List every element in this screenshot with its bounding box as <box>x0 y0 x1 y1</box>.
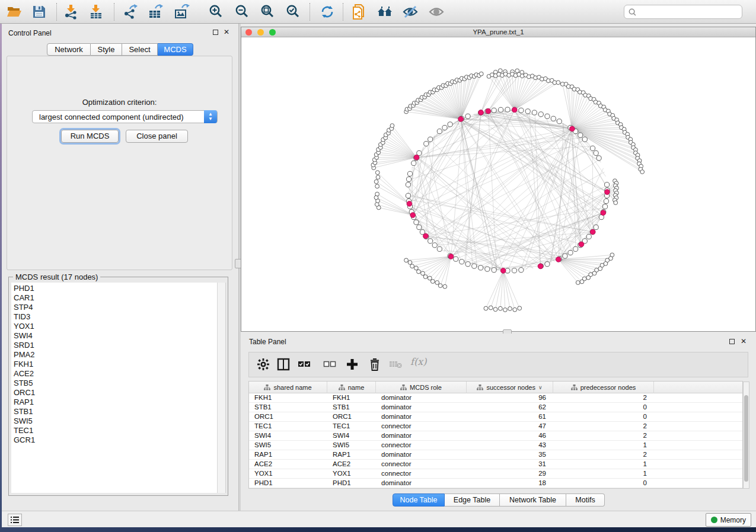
network-canvas[interactable] <box>241 37 755 331</box>
hide-graphics-details-icon[interactable] <box>402 4 419 20</box>
show-home-icon[interactable] <box>377 4 393 20</box>
float-panel-icon[interactable] <box>213 30 218 35</box>
mcds-result-item[interactable]: STB5 <box>14 379 218 388</box>
cell-name: STB1 <box>327 403 376 412</box>
column-header-name[interactable]: name <box>327 382 376 393</box>
mcds-result-item[interactable]: PHD1 <box>14 284 218 293</box>
new-network-from-selection-icon[interactable] <box>351 4 368 20</box>
table-row-TEC1[interactable]: TEC1TEC1connector472 <box>249 422 742 431</box>
table-row-ORC1[interactable]: ORC1ORC1dominator610 <box>249 412 742 422</box>
deselect-all-icon[interactable] <box>323 358 337 372</box>
zoom-selected-icon[interactable] <box>285 4 301 20</box>
table-row-SWI4[interactable]: SWI4SWI4dominator462 <box>249 431 742 441</box>
zoom-fit-icon[interactable] <box>259 4 276 20</box>
close-table-panel-icon[interactable]: ✕ <box>741 337 747 345</box>
control-tab-style[interactable]: Style <box>91 43 122 56</box>
cell-mcds_role: dominator <box>376 479 467 488</box>
close-panel-icon[interactable]: ✕ <box>224 28 229 36</box>
toolbar-separator <box>56 3 57 21</box>
mcds-result-item[interactable]: TEC1 <box>14 426 218 435</box>
network-window-title: YPA_prune.txt_1 <box>241 28 755 36</box>
cell-predecessor_nodes: 1 <box>553 469 654 478</box>
import-table-icon[interactable] <box>88 4 104 20</box>
table-row-SWI5[interactable]: SWI5SWI5connector431 <box>249 441 742 450</box>
show-graphics-details-icon[interactable] <box>428 4 445 20</box>
mcds-result-item[interactable]: SWI4 <box>14 331 218 341</box>
export-network-icon[interactable] <box>122 4 139 20</box>
table-tab-node-table[interactable]: Node Table <box>393 493 445 507</box>
delete-row-icon[interactable] <box>368 358 382 372</box>
network-window-titlebar[interactable]: YPA_prune.txt_1 <box>241 27 755 37</box>
cell-name: SWI5 <box>327 441 376 450</box>
cell-predecessor_nodes: 2 <box>553 422 654 431</box>
zoom-in-icon[interactable] <box>208 4 224 20</box>
panel-list-icon[interactable] <box>8 514 22 526</box>
table-row-STB1[interactable]: STB1STB1dominator620 <box>249 403 742 412</box>
cell-mcds_role: dominator <box>376 431 467 440</box>
float-table-panel-icon[interactable] <box>729 339 735 344</box>
column-header-mcds_role[interactable]: MCDS role <box>376 382 467 393</box>
table-body: FKH1FKH1dominator962STB1STB1dominator620… <box>249 393 742 488</box>
mcds-result-list[interactable]: PHD1CAR1STP4TID3YOX1SWI4SRD1PMA2FKH1ACE2… <box>11 283 218 493</box>
table-row-PHD1[interactable]: PHD1PHD1dominator180 <box>249 479 742 488</box>
table-row-FKH1[interactable]: FKH1FKH1dominator962 <box>249 393 742 403</box>
control-panel: Control Panel ✕ NetworkStyleSelectMCDS O… <box>2 24 239 511</box>
table-options-icon[interactable] <box>257 358 271 372</box>
table-row-RAP1[interactable]: RAP1RAP1dominator352 <box>249 450 742 460</box>
export-table-icon[interactable] <box>147 4 164 20</box>
table-tab-network-table[interactable]: Network Table <box>500 493 566 507</box>
table-row-ACE2[interactable]: ACE2ACE2connector311 <box>249 460 742 469</box>
apply-layout-icon[interactable] <box>319 4 336 20</box>
mcds-result-item[interactable]: RAP1 <box>14 398 218 407</box>
open-file-icon[interactable] <box>6 4 23 20</box>
search-box[interactable] <box>624 5 742 19</box>
table-scrollbar[interactable] <box>743 382 749 489</box>
mcds-result-item[interactable]: ORC1 <box>14 388 218 398</box>
cell-mcds_role: connector <box>376 441 467 450</box>
cell-predecessor_nodes: 1 <box>553 441 654 450</box>
import-network-icon[interactable] <box>63 4 79 20</box>
cell-successor_nodes: 46 <box>467 431 553 440</box>
column-header-shared_name[interactable]: shared name <box>249 382 327 393</box>
show-columns-icon[interactable] <box>277 358 291 372</box>
column-label: successor nodes <box>486 384 535 391</box>
control-tab-mcds[interactable]: MCDS <box>158 43 193 56</box>
control-panel-tabs: NetworkStyleSelectMCDS <box>47 43 193 56</box>
search-input[interactable] <box>637 8 742 16</box>
mcds-result-item[interactable]: GCR1 <box>14 435 218 445</box>
zoom-out-icon[interactable] <box>234 4 250 20</box>
column-header-successor_nodes[interactable]: successor nodes ∨ <box>467 382 553 393</box>
cell-name: RAP1 <box>327 450 376 459</box>
export-image-icon[interactable] <box>173 4 190 20</box>
mcds-result-item[interactable]: PMA2 <box>14 350 218 360</box>
table-tab-motifs[interactable]: Motifs <box>566 493 605 507</box>
control-tab-network[interactable]: Network <box>47 43 91 56</box>
mcds-result-item[interactable]: FKH1 <box>14 360 218 369</box>
column-header-predecessor_nodes[interactable]: predecessor nodes <box>553 382 654 393</box>
add-row-icon[interactable] <box>346 358 360 372</box>
criterion-dropdown[interactable]: largest connected component (undirected)… <box>32 110 218 123</box>
mcds-result-scrollbar[interactable] <box>217 283 225 493</box>
mcds-result-item[interactable]: SRD1 <box>14 341 218 350</box>
run-mcds-button[interactable]: Run MCDS <box>61 130 119 143</box>
mcds-result-item[interactable]: STB1 <box>14 407 218 416</box>
memory-button[interactable]: Memory <box>706 513 751 527</box>
close-panel-button[interactable]: Close panel <box>126 130 188 143</box>
mcds-result-item[interactable]: STP4 <box>14 303 218 312</box>
save-session-icon[interactable] <box>31 4 47 20</box>
control-tab-select[interactable]: Select <box>122 43 158 56</box>
mcds-result-item[interactable]: YOX1 <box>14 322 218 331</box>
table-row-YOX1[interactable]: YOX1YOX1connector291 <box>249 469 742 479</box>
mcds-result-item[interactable]: TID3 <box>14 312 218 322</box>
dropdown-stepper-icon: ▲▼ <box>204 110 217 123</box>
node-table[interactable]: shared namenameMCDS rolesuccessor nodes … <box>248 381 743 489</box>
select-all-icon[interactable] <box>298 358 312 372</box>
mcds-result-item[interactable]: CAR1 <box>14 293 218 303</box>
cell-name: PHD1 <box>327 479 376 488</box>
mcds-result-item[interactable]: ACE2 <box>14 369 218 379</box>
table-scrollbar-thumb[interactable] <box>744 395 748 482</box>
table-tab-edge-table[interactable]: Edge Table <box>445 493 500 507</box>
mcds-result-item[interactable]: SWI5 <box>14 416 218 426</box>
cell-shared_name: SWI4 <box>249 431 327 440</box>
column-label: shared name <box>273 384 311 391</box>
